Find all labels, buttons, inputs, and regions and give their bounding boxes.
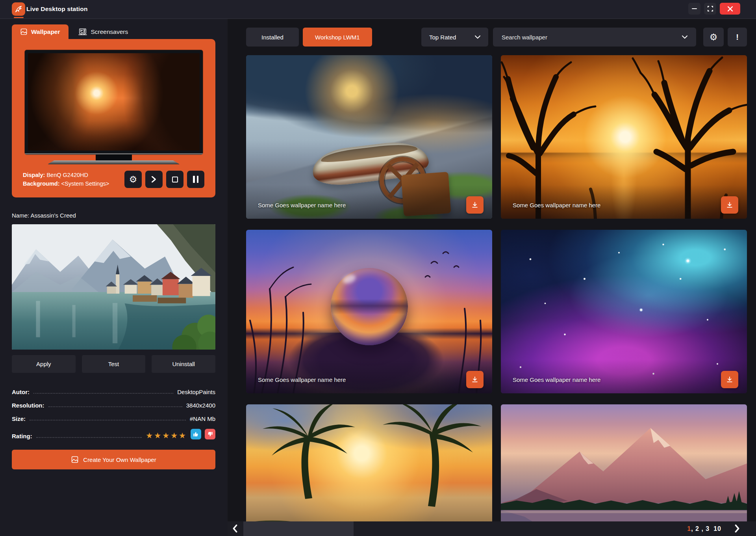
browser-toolbar: Installed Workshop LWM1 Top Rated Search… xyxy=(246,28,747,47)
card-title: Some Goes wallpaper name here xyxy=(258,202,346,219)
stop-button[interactable] xyxy=(166,171,183,188)
tab-wallpaper[interactable]: Wallpaper xyxy=(12,24,69,39)
scrollbar-thumb[interactable] xyxy=(243,521,354,536)
alert-button[interactable]: ! xyxy=(728,28,747,47)
chevron-left-icon xyxy=(233,525,237,532)
size-value: #NAN Mb xyxy=(190,415,215,422)
display-info: Dispaly: BenQ G2420HD Backgroumd: <Syste… xyxy=(23,171,109,188)
monitor-preview xyxy=(25,50,203,164)
wallpaper-card[interactable]: Some Goes wallpaper name here xyxy=(246,230,492,393)
play-button[interactable] xyxy=(145,171,163,188)
wallpaper-card[interactable]: Some Goes wallpaper name here xyxy=(501,404,747,536)
playback-controls: ⚙ xyxy=(124,171,204,188)
card-overlay: Some Goes wallpaper name here xyxy=(246,185,492,219)
gear-icon: ⚙ xyxy=(129,175,137,184)
wallpaper-card[interactable]: Some Goes wallpaper name here xyxy=(501,55,747,219)
display-settings-button[interactable]: ⚙ xyxy=(124,171,142,188)
card-overlay: Some Goes wallpaper name here xyxy=(501,185,747,219)
page-list[interactable]: , 2 , 3 xyxy=(691,525,710,532)
image-icon xyxy=(20,28,28,35)
uninstall-button[interactable]: Uninstall xyxy=(152,355,215,373)
next-page-button[interactable] xyxy=(735,525,739,534)
author-label: Autor: xyxy=(12,389,30,395)
wallpaper-card[interactable]: Some Goes wallpaper name here xyxy=(501,230,747,393)
page-last[interactable]: 10 xyxy=(713,525,721,532)
wallpaper-card[interactable]: Some Goes wallpaper name here xyxy=(246,404,492,536)
workshop-tab-button[interactable]: Workshop LWM1 xyxy=(303,28,372,47)
exclamation-icon: ! xyxy=(736,33,739,42)
resolution-value: 3840x2400 xyxy=(186,402,215,409)
download-button[interactable] xyxy=(721,196,738,214)
chevron-down-icon xyxy=(475,35,480,39)
download-button[interactable] xyxy=(466,371,484,388)
maximize-button[interactable] xyxy=(704,3,716,15)
pagination[interactable]: 1 , 2 , 3 10 xyxy=(687,521,721,536)
size-label: Size: xyxy=(12,415,26,422)
minimize-icon xyxy=(692,8,697,9)
app-logo-icon xyxy=(12,2,25,16)
background-value: <System Settings> xyxy=(61,181,109,187)
pause-button[interactable] xyxy=(187,171,204,188)
author-value: DesktopPaints xyxy=(177,389,215,395)
rating-label: Rating: xyxy=(12,433,32,439)
titlebar: Live Desktop station xyxy=(0,0,756,19)
card-title: Some Goes wallpaper name here xyxy=(513,376,600,393)
palm-silhouettes xyxy=(246,404,492,536)
download-button[interactable] xyxy=(721,371,738,388)
thumbs-down-icon xyxy=(207,431,213,437)
display-label: Dispaly: xyxy=(23,172,45,178)
card-title: Some Goes wallpaper name here xyxy=(513,202,600,219)
monitor-bezel xyxy=(25,50,203,154)
detail-rating: Rating: ★★★★★ xyxy=(12,429,215,439)
thumbs-up-button[interactable] xyxy=(191,429,201,439)
mountain-lake-thumbnail xyxy=(501,404,747,536)
hallstatt-village-art xyxy=(12,224,215,350)
selected-wallpaper-preview[interactable] xyxy=(12,224,215,350)
play-icon xyxy=(151,176,157,182)
window-controls xyxy=(688,3,740,15)
chevron-right-icon xyxy=(735,525,739,532)
wallpaper-grid: Some Goes wallpaper name here xyxy=(246,55,747,536)
maximize-icon xyxy=(708,6,713,11)
chevron-down-icon xyxy=(682,35,687,39)
stop-icon xyxy=(172,177,178,182)
installed-tab-button[interactable]: Installed xyxy=(246,28,299,47)
thumbs-down-button[interactable] xyxy=(205,429,215,439)
download-button[interactable] xyxy=(466,196,484,214)
close-icon xyxy=(728,6,733,11)
dotted-leader xyxy=(33,393,173,394)
create-wallpaper-button[interactable]: Create Your Own Wallpaper xyxy=(12,450,215,469)
background-label: Backgroumd: xyxy=(23,181,59,187)
settings-button[interactable]: ⚙ xyxy=(703,28,724,47)
gear-icon: ⚙ xyxy=(710,33,718,42)
monitor-screen-wallpaper xyxy=(28,53,200,151)
wallpaper-actions: Apply Test Uninstall xyxy=(12,355,215,373)
scroll-left-button[interactable] xyxy=(233,525,237,534)
download-icon xyxy=(726,201,734,209)
search-wallpaper-dropdown[interactable]: Search wallpaper xyxy=(493,28,696,47)
sort-dropdown[interactable]: Top Rated xyxy=(421,28,488,47)
sort-value: Top Rated xyxy=(429,34,456,41)
pagination-bar: 1 , 2 , 3 10 xyxy=(228,521,756,536)
detail-resolution: Resolution: 3840x2400 xyxy=(12,402,215,409)
detail-author: Autor: DesktopPaints xyxy=(12,389,215,395)
resolution-label: Resolution: xyxy=(12,402,44,409)
minimize-button[interactable] xyxy=(688,3,700,15)
dotted-leader xyxy=(36,437,142,438)
wallpaper-card[interactable]: Some Goes wallpaper name here xyxy=(246,55,492,219)
search-placeholder: Search wallpaper xyxy=(502,34,547,41)
detail-size: Size: #NAN Mb xyxy=(12,415,215,422)
download-icon xyxy=(726,376,734,383)
dotted-leader xyxy=(48,406,182,407)
page-current[interactable]: 1 xyxy=(687,525,691,532)
mountain-scene xyxy=(501,404,747,536)
apply-button[interactable]: Apply xyxy=(12,355,76,373)
monitor-stand-base xyxy=(48,160,180,164)
test-button[interactable]: Test xyxy=(82,355,146,373)
card-overlay: Some Goes wallpaper name here xyxy=(246,359,492,393)
active-display-panel: Dispaly: BenQ G2420HD Backgroumd: <Syste… xyxy=(12,39,215,197)
tab-screensavers[interactable]: Screensavers xyxy=(69,24,138,39)
logo-underline xyxy=(14,17,24,18)
close-button[interactable] xyxy=(720,3,740,15)
download-icon xyxy=(471,376,479,383)
